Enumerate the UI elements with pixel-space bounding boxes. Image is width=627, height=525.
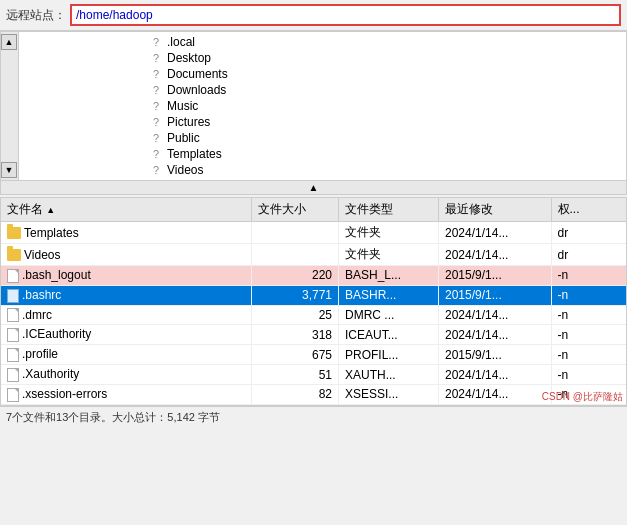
column-header-文件名[interactable]: 文件名 ▲: [1, 198, 251, 222]
table-row[interactable]: Videos 文件夹 2024/1/14... dr: [1, 244, 626, 266]
file-icon: [7, 328, 19, 342]
file-name: .bash_logout: [22, 268, 91, 282]
tree-item[interactable]: ?Public: [19, 130, 626, 146]
file-icon: [7, 368, 19, 382]
file-name: .dmrc: [22, 308, 52, 322]
cell-name: .bashrc: [1, 285, 251, 305]
remote-bar: 远程站点：: [0, 0, 627, 31]
cell-date: 2024/1/14...: [439, 365, 552, 385]
tree-item[interactable]: ?.local: [19, 34, 626, 50]
table-row[interactable]: .dmrc 25 DMRC ... 2024/1/14... -n: [1, 305, 626, 325]
tree-item-label: Pictures: [167, 115, 210, 129]
cell-name: .Xauthority: [1, 365, 251, 385]
file-table: 文件名 ▲文件大小文件类型最近修改权... Templates 文件夹 2024…: [1, 198, 626, 405]
question-icon: ?: [149, 68, 163, 80]
tree-items: ?.local?Desktop?Documents?Downloads?Musi…: [19, 34, 626, 178]
question-icon: ?: [149, 148, 163, 160]
cell-size: 220: [251, 266, 339, 286]
tree-item-label: Music: [167, 99, 198, 113]
column-header-文件大小[interactable]: 文件大小: [251, 198, 339, 222]
cell-size: 82: [251, 384, 339, 404]
tree-item-label: Desktop: [167, 51, 211, 65]
cell-perm: dr: [551, 222, 626, 244]
cell-type: ICEAUT...: [339, 325, 439, 345]
file-name: .Xauthority: [22, 367, 79, 381]
folder-icon: [7, 249, 21, 261]
folder-icon: [7, 227, 21, 239]
cell-name: .xsession-errors: [1, 384, 251, 404]
file-name: .xsession-errors: [22, 387, 107, 401]
cell-type: XSESSI...: [339, 384, 439, 404]
cell-type: 文件夹: [339, 244, 439, 266]
file-icon: [7, 388, 19, 402]
cell-size: 675: [251, 345, 339, 365]
cell-date: 2024/1/14...: [439, 384, 552, 404]
column-header-文件类型[interactable]: 文件类型: [339, 198, 439, 222]
table-row[interactable]: .xsession-errors 82 XSESSI... 2024/1/14.…: [1, 384, 626, 404]
cell-perm: -n: [551, 365, 626, 385]
cell-name: Videos: [1, 244, 251, 266]
file-name: Templates: [24, 226, 79, 240]
tree-item[interactable]: ?Desktop: [19, 50, 626, 66]
scroll-up-arrow[interactable]: ▲: [1, 34, 17, 50]
question-icon: ?: [149, 116, 163, 128]
status-bar: 7个文件和13个目录。大小总计：5,142 字节: [0, 406, 627, 428]
cell-size: 51: [251, 365, 339, 385]
cell-size: [251, 222, 339, 244]
tree-item-label: Templates: [167, 147, 222, 161]
table-row[interactable]: .ICEauthority 318 ICEAUT... 2024/1/14...…: [1, 325, 626, 345]
cell-date: 2024/1/14...: [439, 325, 552, 345]
tree-item[interactable]: ?Templates: [19, 146, 626, 162]
tree-item-label: Documents: [167, 67, 228, 81]
table-row[interactable]: .bash_logout 220 BASH_L... 2015/9/1... -…: [1, 266, 626, 286]
remote-input-wrapper[interactable]: [70, 4, 621, 26]
cell-type: PROFIL...: [339, 345, 439, 365]
tree-item[interactable]: ?Music: [19, 98, 626, 114]
cell-perm: dr: [551, 244, 626, 266]
tree-collapse-btn[interactable]: ▲: [0, 181, 627, 195]
tree-item-label: Downloads: [167, 83, 226, 97]
cell-type: XAUTH...: [339, 365, 439, 385]
cell-type: BASH_L...: [339, 266, 439, 286]
tree-item[interactable]: ?Pictures: [19, 114, 626, 130]
column-header-最近修改[interactable]: 最近修改: [439, 198, 552, 222]
tree-item-label: Videos: [167, 163, 203, 177]
cell-size: 3,771: [251, 285, 339, 305]
table-row[interactable]: .profile 675 PROFIL... 2015/9/1... -n: [1, 345, 626, 365]
cell-perm: -n: [551, 384, 626, 404]
cell-name: .profile: [1, 345, 251, 365]
tree-scroll-arrows: ▲ ▼: [1, 32, 19, 180]
file-panel: 文件名 ▲文件大小文件类型最近修改权... Templates 文件夹 2024…: [0, 197, 627, 406]
remote-path-input[interactable]: [72, 6, 619, 24]
cell-type: BASHR...: [339, 285, 439, 305]
cell-date: 2015/9/1...: [439, 285, 552, 305]
cell-name: .ICEauthority: [1, 325, 251, 345]
tree-item[interactable]: ?Downloads: [19, 82, 626, 98]
table-row[interactable]: .Xauthority 51 XAUTH... 2024/1/14... -n: [1, 365, 626, 385]
question-icon: ?: [149, 100, 163, 112]
table-row[interactable]: .bashrc 3,771 BASHR... 2015/9/1... -n: [1, 285, 626, 305]
cell-name: Templates: [1, 222, 251, 244]
status-text: 7个文件和13个目录。大小总计：5,142 字节: [6, 411, 220, 423]
remote-label: 远程站点：: [6, 7, 66, 24]
cell-perm: -n: [551, 345, 626, 365]
table-row[interactable]: Templates 文件夹 2024/1/14... dr: [1, 222, 626, 244]
question-icon: ?: [149, 36, 163, 48]
file-icon: [7, 308, 19, 322]
file-icon: [7, 269, 19, 283]
question-icon: ?: [149, 52, 163, 64]
cell-date: 2024/1/14...: [439, 305, 552, 325]
tree-panel-wrapper: ▲ ▼ ?.local?Desktop?Documents?Downloads?…: [0, 31, 627, 195]
cell-size: 318: [251, 325, 339, 345]
tree-item[interactable]: ?Documents: [19, 66, 626, 82]
cell-perm: -n: [551, 285, 626, 305]
question-icon: ?: [149, 84, 163, 96]
tree-item[interactable]: ?Videos: [19, 162, 626, 178]
sort-arrow: ▲: [46, 205, 55, 215]
cell-size: 25: [251, 305, 339, 325]
column-header-权...[interactable]: 权...: [551, 198, 626, 222]
cell-name: .bash_logout: [1, 266, 251, 286]
cell-date: 2015/9/1...: [439, 266, 552, 286]
scroll-down-arrow[interactable]: ▼: [1, 162, 17, 178]
file-name: .bashrc: [22, 288, 61, 302]
